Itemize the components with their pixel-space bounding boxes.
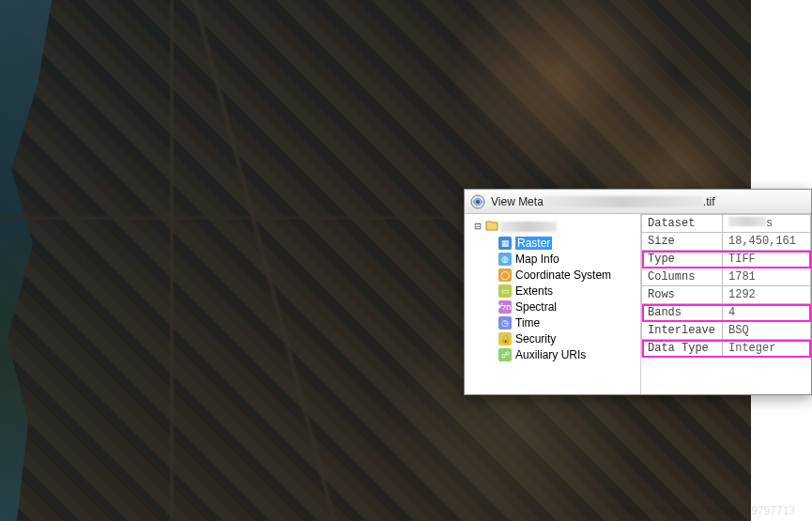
prop-key: Bands bbox=[642, 304, 723, 322]
tree-root[interactable]: ⊟ bbox=[472, 218, 638, 235]
prop-value: BSQ bbox=[723, 322, 811, 340]
prop-key: Dataset bbox=[642, 215, 723, 233]
raster-icon: ▦ bbox=[498, 237, 512, 250]
prop-key: Interleave bbox=[642, 322, 723, 340]
tree-item-coordinate-system[interactable]: ◯ Coordinate System bbox=[498, 267, 638, 283]
extents-icon: ▭ bbox=[498, 284, 512, 298]
metadata-window: View Meta.tif ⊟ ▦ Raster bbox=[464, 189, 812, 395]
collapse-icon[interactable]: ⊟ bbox=[472, 220, 483, 233]
prop-key: Type bbox=[642, 251, 723, 268]
map-info-icon: ◍ bbox=[498, 253, 512, 266]
prop-key: Data Type bbox=[642, 340, 723, 358]
lock-icon: 🔒 bbox=[498, 332, 512, 345]
link-icon: ☍ bbox=[498, 348, 512, 361]
prop-key: Size bbox=[642, 233, 723, 251]
prop-key: Rows bbox=[642, 286, 723, 304]
prop-value: Integer bbox=[723, 340, 811, 358]
prop-value: 18,450,161 bbox=[723, 233, 811, 251]
prop-value: 1781 bbox=[723, 268, 811, 286]
tree-root-label-blurred bbox=[500, 222, 557, 232]
folder-icon bbox=[485, 220, 498, 234]
tree-item-map-info[interactable]: ◍ Map Info bbox=[498, 251, 638, 267]
tree-item-auxiliary-uris[interactable]: ☍ Auxiliary URIs bbox=[498, 346, 638, 362]
table-row: Size 18,450,161 bbox=[642, 233, 811, 251]
table-row: Columns 1781 bbox=[642, 268, 811, 286]
tree-item-security[interactable]: 🔒 Security bbox=[498, 330, 638, 346]
prop-key: Columns bbox=[642, 268, 723, 286]
titlebar[interactable]: View Meta.tif bbox=[465, 190, 811, 214]
tree-item-raster[interactable]: ▦ Raster bbox=[498, 235, 638, 251]
prop-value: 1292 bbox=[723, 286, 811, 304]
table-row: Type TIFF bbox=[642, 251, 811, 268]
properties-panel: Dataset s Size 18,450,161 Type TIFF Colu… bbox=[641, 214, 811, 394]
tree-item-extents[interactable]: ▭ Extents bbox=[498, 283, 638, 299]
prop-value: 4 bbox=[723, 304, 811, 322]
properties-table: Dataset s Size 18,450,161 Type TIFF Colu… bbox=[641, 214, 811, 358]
watermark: https://blog.csdn.net/qq_39797713 bbox=[622, 504, 795, 517]
spectral-icon: �החל bbox=[498, 300, 512, 314]
app-icon bbox=[470, 194, 485, 209]
tree-item-time[interactable]: ◷ Time bbox=[498, 314, 638, 330]
table-row: Rows 1292 bbox=[642, 286, 811, 304]
prop-value: TIFF bbox=[723, 251, 811, 268]
prop-value: s bbox=[723, 215, 811, 233]
clock-icon: ◷ bbox=[498, 316, 512, 329]
window-title: View Meta.tif bbox=[491, 195, 714, 208]
svg-point-1 bbox=[476, 200, 480, 204]
globe-icon: ◯ bbox=[498, 268, 512, 282]
table-row: Dataset s bbox=[642, 215, 811, 233]
metadata-tree[interactable]: ⊟ ▦ Raster ◍ Map Info bbox=[465, 214, 641, 394]
table-row: Interleave BSQ bbox=[642, 322, 811, 340]
table-row: Data Type Integer bbox=[642, 340, 811, 358]
tree-item-spectral[interactable]: �החל Spectral bbox=[498, 299, 638, 314]
table-row: Bands 4 bbox=[642, 304, 811, 322]
